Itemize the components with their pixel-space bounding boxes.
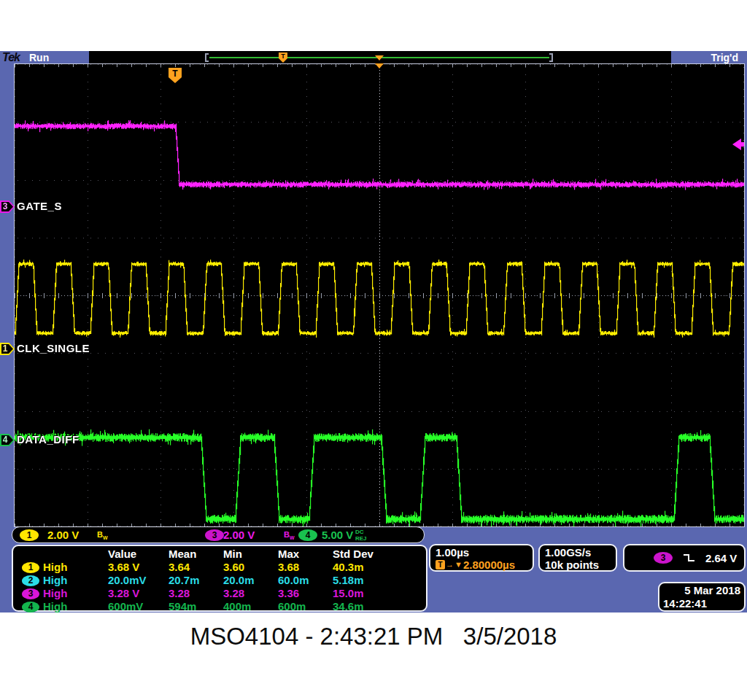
channel-readout-bar: 1 2.00 V BW 3 2.00 V BW 4 5.00 V DCREJ — [12, 526, 425, 543]
channel-3-scale: 2.00 V — [223, 529, 255, 541]
channel-4-badge: 4 — [298, 529, 317, 541]
measurement-row-ch3: 3High 3.28 V 3.28 3.28 3.36 15.0m — [22, 587, 426, 600]
trace-label-data-diff: DATA_DIFF — [17, 433, 80, 446]
horizontal-delay: T→▼2.80000µs — [436, 559, 527, 571]
falling-edge-icon — [683, 553, 695, 563]
trigger-readout-box: 3 2.64 V — [623, 544, 746, 572]
horizontal-scale: 1.00µs — [436, 546, 527, 559]
trigger-status: Trig'd — [711, 52, 738, 63]
acquisition-box: 1.00GS/s 10k points — [538, 544, 617, 572]
channel-3-badge: 3 — [205, 529, 224, 541]
channel-3-position-marker: 3 — [0, 201, 15, 213]
arrow-right-icon: → — [446, 559, 454, 571]
acquisition-status: Run — [29, 52, 49, 63]
triangle-down-icon: ▼ — [454, 559, 462, 571]
record-window-right-bracket-icon — [549, 53, 553, 62]
expansion-point-marker-icon — [375, 55, 384, 61]
caption: MSO4104 - 2:43:21 PM 3/5/2018 — [0, 623, 747, 650]
trigger-level-arrow-icon — [731, 139, 744, 150]
trigger-level: 2.64 V — [705, 552, 737, 564]
channel-4-scale: 5.00 V — [322, 529, 353, 541]
trace-label-clk-single: CLK_SINGLE — [17, 342, 90, 354]
oscilloscope-screen: Tek Run T Trig'd T GATE_S CLK_SINGLE DAT… — [0, 51, 747, 612]
datetime-box: 5 Mar 2018 14:22:41 — [658, 582, 746, 612]
channel-4-position-marker: 4 — [0, 434, 15, 446]
channel-3-badge: 3 — [22, 588, 39, 599]
channel-2-badge: 2 — [22, 575, 39, 586]
measurement-row-ch1: 1High 3.68 V 3.64 3.60 3.68 40.3m — [22, 561, 426, 574]
bandwidth-limit-icon: BW — [284, 530, 295, 540]
measurement-row-ch4: 4High 600mV 594m 400m 600m 34.6m — [22, 600, 426, 613]
record-window-left-bracket-icon — [205, 53, 209, 62]
bandwidth-limit-icon: BW — [97, 530, 108, 540]
channel-1-badge: 1 — [22, 562, 39, 573]
expansion-point-marker-top-icon — [375, 63, 384, 69]
trigger-source-badge: 3 — [654, 552, 673, 564]
trigger-position-flag-icon: T — [279, 52, 287, 63]
measurement-row-ch2: 2High 20.0mV 20.7m 20.0m 60.0m 5.18m — [22, 574, 426, 587]
top-status-bar: Tek Run T Trig'd — [0, 51, 747, 64]
record-view-strip: T — [89, 51, 671, 64]
date-label: 5 Mar 2018 — [663, 584, 740, 597]
trace-label-gate-s: GATE_S — [17, 200, 62, 212]
measurement-header-row: Value Mean Min Max Std Dev — [22, 548, 426, 561]
sample-rate: 1.00GS/s — [545, 546, 611, 559]
channel-1-badge: 1 — [20, 529, 39, 541]
channel-1-scale: 2.00 V — [47, 529, 79, 541]
record-length: 10k points — [545, 559, 611, 571]
graticule: T GATE_S CLK_SINGLE DATA_DIFF — [15, 64, 744, 526]
horizontal-settings-box: 1.00µs T→▼2.80000µs — [429, 544, 534, 572]
trigger-t-icon: T — [436, 560, 445, 569]
time-label: 14:22:41 — [663, 597, 740, 610]
measurement-table: Value Mean Min Max Std Dev 1High 3.68 V … — [12, 545, 427, 612]
tek-logo: Tek — [2, 51, 20, 64]
channel-4-badge: 4 — [22, 602, 39, 612]
channel-1-position-marker: 1 — [0, 343, 15, 355]
waveform-canvas — [15, 64, 744, 526]
dc-reject-coupling-icon: DCREJ — [355, 529, 367, 542]
